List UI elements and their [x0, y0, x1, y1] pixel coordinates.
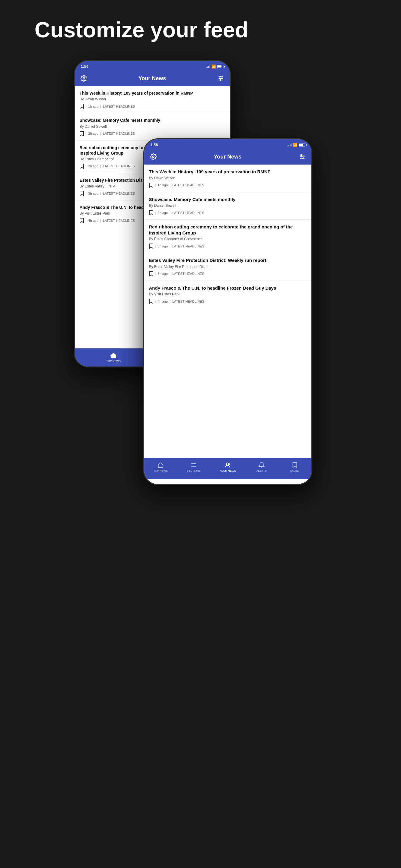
app-header-back: Your News — [75, 70, 230, 86]
bookmark-icon-front-2 — [149, 210, 153, 215]
battery-icon-front — [299, 143, 305, 147]
category-front-1: LATEST HEADLINES — [172, 183, 204, 187]
time-front-5: 4h ago — [157, 300, 168, 303]
nav-sections-front[interactable]: SECTIONS — [186, 462, 201, 472]
time-back-5: 4h ago — [88, 219, 98, 222]
news-item-back-2[interactable]: Showcase: Memory Cafe meets monthly By D… — [75, 113, 230, 141]
bookmark-icon-front-5 — [149, 299, 153, 304]
time-back: 1:56 — [81, 64, 89, 69]
category-back-5: LATEST HEADLINES — [103, 219, 135, 222]
author-front-4: By Estes Valley Fire Protection District — [149, 265, 307, 269]
nav-alerts-front[interactable]: ALERTS — [254, 462, 269, 472]
status-bar-back: 1:56 📶 — [75, 61, 230, 70]
headline-front-1: This Week in History: 109 years of prese… — [149, 169, 307, 175]
meta-front-3: | 3h ago | LATEST HEADLINES — [149, 244, 307, 249]
status-bar-front: 1:56 📶 — [144, 139, 311, 149]
category-front-3: LATEST HEADLINES — [172, 244, 204, 248]
svg-point-0 — [83, 78, 85, 79]
filter-icon-back[interactable] — [217, 74, 225, 83]
svg-point-10 — [152, 156, 154, 158]
bookmark-icon-back-2 — [80, 131, 84, 136]
home-nav-icon-front — [157, 462, 164, 468]
news-item-front-2[interactable]: Showcase: Memory Cafe meets monthly By D… — [144, 192, 311, 220]
nav-saved-front[interactable]: SAVED — [287, 462, 302, 472]
author-front-1: By Dawn Wilson — [149, 176, 307, 180]
author-front-3: By Estes Chamber of Commerce — [149, 237, 307, 241]
category-front-4: LATEST HEADLINES — [172, 272, 204, 276]
time-back-3: 3h ago — [88, 164, 98, 168]
gear-icon-back[interactable] — [80, 74, 88, 83]
filter-icon-front[interactable] — [298, 153, 307, 161]
meta-front-5: | 4h ago | LATEST HEADLINES — [149, 299, 307, 304]
nav-saved-label-front: SAVED — [290, 469, 299, 472]
your-news-nav-icon-front — [224, 462, 231, 468]
meta-front-4: | 3h ago | LATEST HEADLINES — [149, 271, 307, 276]
headline-front-2: Showcase: Memory Cafe meets monthly — [149, 196, 307, 203]
status-icons-back: 📶 — [206, 64, 224, 69]
signal-icon-front — [287, 144, 292, 147]
bookmark-icon-front-3 — [149, 244, 153, 249]
home-indicator-front — [144, 479, 311, 484]
nav-top-news-label-front: TOP NEWS — [153, 469, 168, 472]
status-icons-front: 📶 — [287, 143, 305, 147]
author-front-2: By Daniel Sewell — [149, 204, 307, 208]
sections-nav-icon-front — [191, 462, 197, 468]
header-title-front: Your News — [214, 154, 242, 160]
news-item-front-4[interactable]: Estes Valley Fire Protection District: W… — [144, 253, 311, 281]
headline-front-5: Andy Frasco & The U.N. to headline Froze… — [149, 285, 307, 291]
category-back-2: LATEST HEADLINES — [103, 132, 135, 135]
bottom-nav-front: TOP NEWS SECTIONS — [144, 458, 311, 479]
category-front-2: LATEST HEADLINES — [172, 211, 204, 215]
news-item-back-1[interactable]: This Week in History: 109 years of prese… — [75, 86, 230, 113]
svg-point-16 — [301, 158, 302, 159]
bookmark-icon-back-1 — [80, 104, 84, 109]
news-item-front-5[interactable]: Andy Frasco & The U.N. to headline Froze… — [144, 281, 311, 308]
category-back-1: LATEST HEADLINES — [103, 104, 135, 108]
headline-front-3: Red ribbon cutting ceremony to celebrate… — [149, 224, 307, 236]
phone-front-top: 1:56 📶 — [144, 139, 311, 164]
gear-icon-front[interactable] — [149, 153, 157, 161]
headline-back-1: This Week in History: 109 years of prese… — [80, 90, 225, 96]
page-title: Customize your feed — [35, 18, 367, 42]
alerts-nav-icon-front — [258, 462, 265, 468]
svg-point-15 — [303, 156, 304, 157]
time-back-4: 3h ago — [88, 192, 98, 195]
time-front: 1:56 — [150, 143, 158, 147]
wifi-icon-back: 📶 — [211, 64, 216, 69]
meta-back-2: | 2h ago | LATEST HEADLINES — [80, 131, 225, 136]
time-back-2: 2h ago — [88, 132, 98, 135]
nav-top-news-label-back: TOP NEWS — [106, 360, 121, 363]
svg-point-4 — [219, 76, 220, 78]
svg-point-5 — [221, 78, 222, 79]
time-front-3: 3h ago — [157, 244, 168, 248]
meta-back-1: | 1h ago | LATEST HEADLINES — [80, 104, 225, 109]
news-item-front-3[interactable]: Red ribbon cutting ceremony to celebrate… — [144, 220, 311, 253]
bookmark-icon-front-4 — [149, 271, 153, 276]
news-list-front: This Week in History: 109 years of prese… — [144, 164, 311, 458]
nav-alerts-label-front: ALERTS — [256, 469, 267, 472]
author-back-2: By Daniel Sewell — [80, 124, 225, 129]
phone-back-top: 1:56 📶 — [75, 61, 230, 86]
phones-container: 1:56 📶 — [65, 60, 337, 632]
nav-top-news-front[interactable]: TOP NEWS — [153, 462, 168, 472]
svg-point-14 — [300, 155, 302, 156]
category-back-3: LATEST HEADLINES — [103, 164, 135, 168]
phone-front-screen: 1:56 📶 — [144, 139, 311, 484]
phone-front: 1:56 📶 — [143, 138, 312, 485]
nav-top-news-back[interactable]: TOP NEWS — [106, 352, 121, 363]
signal-icon-back — [206, 65, 210, 68]
nav-sections-label-front: SECTIONS — [187, 469, 201, 472]
meta-front-2: | 2h ago | LATEST HEADLINES — [149, 210, 307, 215]
svg-point-6 — [220, 80, 221, 81]
time-front-1: 1h ago — [157, 183, 168, 187]
saved-nav-icon-front — [291, 462, 298, 468]
news-item-front-1[interactable]: This Week in History: 109 years of prese… — [144, 164, 311, 192]
bookmark-icon-front-1 — [149, 183, 153, 188]
time-front-2: 2h ago — [157, 211, 168, 215]
author-front-5: By Visit Estes Park — [149, 292, 307, 296]
nav-your-news-front[interactable]: YOUR NEWS — [219, 462, 236, 472]
battery-icon-back — [217, 65, 224, 68]
bookmark-icon-back-5 — [80, 218, 84, 223]
time-front-4: 3h ago — [157, 272, 168, 276]
author-back-1: By Dawn Wilson — [80, 97, 225, 101]
